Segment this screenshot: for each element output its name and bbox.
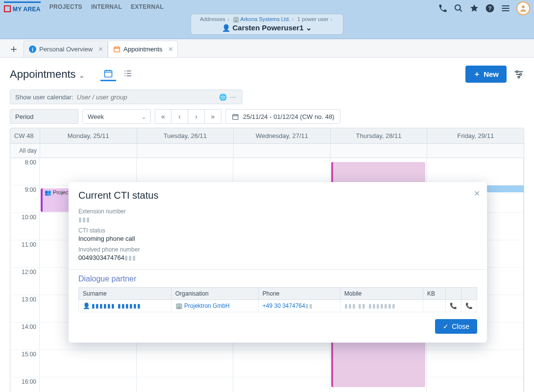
modal-title: Current CTI status [78,190,477,201]
nav-first-button[interactable]: « [155,109,171,124]
svg-point-0 [455,5,461,10]
svg-point-8 [518,76,520,78]
day-header[interactable]: Friday, 29/11 [427,128,524,143]
ext-label: Extension number [78,208,477,215]
th-phone[interactable]: Phone [258,288,340,300]
tab-personal-overview[interactable]: i Personal Overview ✕ [24,41,108,57]
th-mobile[interactable]: Mobile [340,288,423,300]
page-title[interactable]: Appointments⌄ [10,68,85,81]
svg-point-3 [522,5,525,8]
th-organisation[interactable]: Organisation [171,288,258,300]
cti-status-modal: ✕ Current CTI status Extension number ▮▮… [69,182,487,343]
nav-last-button[interactable]: » [205,109,221,124]
mobile-value: ▮▮▮ ▮▮ ▮▮▮▮▮▮▮ [344,302,396,309]
time-scale: 8:009:0010:00 11:0012:0013:00 14:0015:00… [10,158,40,392]
chevron-down-icon: ⌄ [306,23,312,32]
period-nav: « ‹ › » [155,109,221,124]
close-icon[interactable]: ✕ [98,46,103,53]
menu-icon[interactable] [501,3,510,13]
nav-internal[interactable]: INTERNAL [91,3,122,10]
tab-appointments[interactable]: Appointments ✕ [108,41,178,57]
person-icon: 👤 [222,24,230,32]
help-icon[interactable]: ? [485,3,495,13]
table-row[interactable]: 👤 ▮▮▮▮▮▮ ▮▮▮▮▮▮ 🏢 Projektron GmbH +49 30… [79,300,477,312]
ext-value: ▮▮▮ [78,216,477,223]
phone-icon[interactable] [438,3,448,13]
nav-projects[interactable]: PROJECTS [49,3,82,10]
person-icon: 👤 [83,302,90,309]
th-action2 [461,288,477,300]
new-button[interactable]: ＋New [465,66,507,83]
th-action1 [446,288,461,300]
nav-prev-button[interactable]: ‹ [171,109,188,124]
calendar-icon [113,46,121,53]
user-avatar[interactable] [516,1,530,15]
phone-label: Involved phone number [78,246,477,253]
breadcrumb-user[interactable]: 👤Carsten Poweruser1⌄ [200,23,334,32]
close-icon[interactable]: ✕ [474,189,480,198]
th-kb[interactable]: KB [423,288,446,300]
day-header[interactable]: Monday, 25/11 [40,128,137,143]
svg-rect-5 [104,70,112,77]
breadcrumb-pill[interactable]: Addresses› 🏢Arkona Systems Ltd.› 1 power… [191,14,343,35]
organisation-link[interactable]: Projektron GmbH [184,302,230,309]
view-calendar-button[interactable] [100,68,116,81]
more-icon[interactable]: ⋯ [230,93,237,101]
phone-link[interactable]: +49 30 3474764 [263,302,305,309]
nav-external[interactable]: EXTERNAL [131,3,164,10]
app-logo-icon [4,5,11,12]
org-icon: 🏢 [175,302,183,309]
day-header[interactable]: Wednesday, 27/11 [233,128,330,143]
filter-label: Show user calendar: [15,93,73,101]
view-list-button[interactable] [120,68,136,81]
svg-point-6 [516,70,518,72]
globe-icon[interactable]: 🌐 [219,93,227,101]
day-header[interactable]: Tuesday, 26/11 [137,128,234,143]
nav-my-area[interactable]: MY AREA [4,1,41,13]
allday-label: All day [10,144,40,158]
nav-next-button[interactable]: › [188,109,205,124]
svg-rect-9 [233,115,238,119]
star-icon[interactable] [469,3,479,13]
cw-label: CW 48 [10,128,40,143]
plus-icon: ＋ [473,69,481,79]
call-green-action-icon[interactable]: 📞 [465,302,473,309]
chevron-down-icon: ⌄ [141,113,146,120]
filters-icon[interactable] [513,69,524,80]
svg-rect-4 [114,47,120,52]
info-icon: i [29,46,36,53]
user-calendar-input[interactable] [77,93,209,101]
svg-text:?: ? [488,5,491,11]
day-header[interactable]: Thursday, 28/11 [330,128,427,143]
close-button[interactable]: ✓Close [435,319,477,334]
th-surname[interactable]: Surname [79,288,171,300]
svg-point-7 [520,73,522,75]
breadcrumb: Addresses› 🏢Arkona Systems Ltd.› 1 power… [200,16,334,23]
cti-status-value: Incoming phone call [78,235,477,242]
add-tab-button[interactable]: ＋ [4,41,24,57]
calendar-icon [232,113,239,120]
user-calendar-filter: Show user calendar: 🌐 ⋯ [10,90,243,104]
surname-link[interactable]: ▮▮▮▮▮▮ ▮▮▮▮▮▮ [92,302,141,309]
check-icon: ✓ [443,323,449,330]
org-icon: 🏢 [233,16,240,22]
dialogue-partner-table: Surname Organisation Phone Mobile KB 👤 ▮… [78,287,477,312]
cti-status-label: CTI status [78,227,477,234]
close-icon[interactable]: ✕ [168,46,173,53]
search-icon[interactable] [454,3,463,13]
phone-value: 0049303474764▮▮▮ [78,254,477,261]
chevron-down-icon: ⌄ [79,71,85,79]
period-select[interactable]: Week⌄ [82,109,151,124]
period-label: Period [10,109,78,124]
kb-value [423,300,446,312]
call-action-icon[interactable]: 📞 [450,302,457,309]
dialogue-partner-title: Dialogue partner [78,275,477,283]
date-range[interactable]: 25/11/24 - 01/12/24 (CW no. 48) [225,109,340,124]
